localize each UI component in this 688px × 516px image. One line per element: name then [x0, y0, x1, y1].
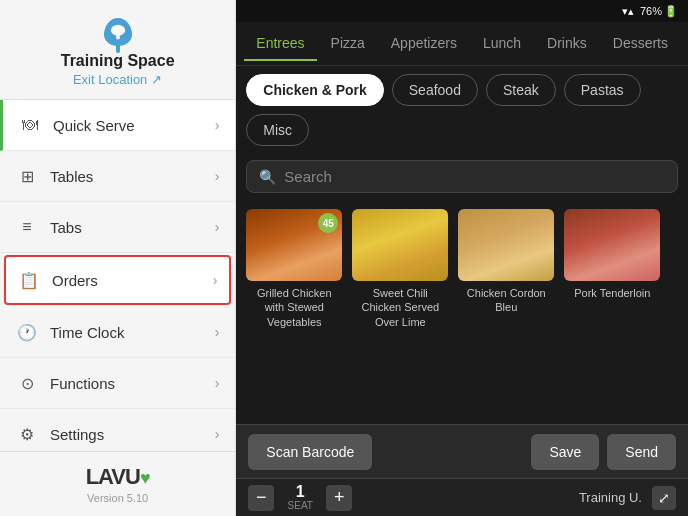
seat-label: SEAT — [288, 500, 313, 511]
settings-icon: ⚙ — [16, 423, 38, 445]
tab-desserts[interactable]: Desserts — [601, 27, 680, 61]
minus-button[interactable]: − — [248, 485, 274, 511]
sidebar: Training Space Exit Location ↗ 🍽 Quick S… — [0, 0, 236, 516]
tabs-label: Tabs — [50, 219, 215, 236]
chevron-icon: › — [213, 272, 218, 288]
chevron-icon: › — [215, 375, 220, 391]
search-icon: 🔍 — [259, 169, 276, 185]
sidebar-item-settings[interactable]: ⚙ Settings › — [0, 409, 235, 451]
tables-icon: ⊞ — [16, 165, 38, 187]
sidebar-header: Training Space Exit Location ↗ — [0, 0, 235, 100]
tab-entrees[interactable]: Entrees — [244, 27, 316, 61]
app-logo — [16, 18, 219, 46]
chevron-icon: › — [215, 426, 220, 442]
orders-label: Orders — [52, 272, 213, 289]
lavu-heart-icon: ♥ — [140, 468, 150, 488]
item-card-pork-tenderloin[interactable]: Pork Tenderloin — [564, 209, 660, 329]
expand-button[interactable]: ⤢ — [652, 486, 676, 510]
tab-lunch[interactable]: Lunch — [471, 27, 533, 61]
nav-items-list: 🍽 Quick Serve › ⊞ Tables › ≡ Tabs › 📋 Or… — [0, 100, 235, 451]
exit-location-label: Exit Location — [73, 72, 147, 87]
chevron-icon: › — [215, 168, 220, 184]
logo-icon — [104, 18, 132, 46]
item-label-cordon-bleu: Chicken Cordon Bleu — [458, 286, 554, 315]
tab-drinks[interactable]: Drinks — [535, 27, 599, 61]
item-label-pork-tenderloin: Pork Tenderloin — [574, 286, 650, 300]
item-card-cordon-bleu[interactable]: Chicken Cordon Bleu — [458, 209, 554, 329]
sub-btn-steak[interactable]: Steak — [486, 74, 556, 106]
exit-icon: ↗ — [151, 72, 162, 87]
item-card-sweet-chili[interactable]: Sweet Chili Chicken Served Over Lime — [352, 209, 448, 329]
item-image-grilled-chicken: 45 — [246, 209, 342, 281]
time-clock-label: Time Clock — [50, 324, 215, 341]
wifi-icon: ▾▴ — [622, 5, 634, 18]
sub-btn-chicken-pork[interactable]: Chicken & Pork — [246, 74, 383, 106]
item-label-sweet-chili: Sweet Chili Chicken Served Over Lime — [352, 286, 448, 329]
main-content: ▾▴ 76% 🔋 Entrees Pizza Appetizers Lunch … — [236, 0, 688, 516]
chevron-icon: › — [215, 117, 220, 133]
item-image-sweet-chili — [352, 209, 448, 281]
sub-categories: Chicken & Pork Seafood Steak Pastas Misc — [236, 66, 688, 154]
item-badge-grilled-chicken: 45 — [318, 213, 338, 233]
battery-indicator: 76% 🔋 — [640, 5, 678, 18]
save-button[interactable]: Save — [531, 434, 599, 470]
search-bar[interactable]: 🔍 Search — [246, 160, 678, 193]
chevron-icon: › — [215, 324, 220, 340]
tab-pizza[interactable]: Pizza — [319, 27, 377, 61]
item-card-grilled-chicken[interactable]: 45 Grilled Chicken with Stewed Vegetable… — [246, 209, 342, 329]
scan-barcode-button[interactable]: Scan Barcode — [248, 434, 372, 470]
battery-icon-symbol: 🔋 — [664, 5, 678, 18]
footer-bar: − 1 SEAT + Training U. ⤢ — [236, 478, 688, 516]
settings-label: Settings — [50, 426, 215, 443]
version-label: Version 5.10 — [12, 492, 223, 504]
tabs-icon: ≡ — [16, 216, 38, 238]
svg-point-0 — [110, 25, 124, 36]
search-container: 🔍 Search — [236, 154, 688, 199]
functions-icon: ⊙ — [16, 372, 38, 394]
item-image-cordon-bleu — [458, 209, 554, 281]
functions-label: Functions — [50, 375, 215, 392]
tables-label: Tables — [50, 168, 215, 185]
category-tabs: Entrees Pizza Appetizers Lunch Drinks De… — [236, 22, 688, 66]
item-image-pork-tenderloin — [564, 209, 660, 281]
plus-button[interactable]: + — [326, 485, 352, 511]
sidebar-item-tables[interactable]: ⊞ Tables › — [0, 151, 235, 202]
sidebar-item-orders[interactable]: 📋 Orders › — [4, 255, 231, 305]
sub-btn-pastas[interactable]: Pastas — [564, 74, 641, 106]
status-bar: ▾▴ 76% 🔋 — [236, 0, 688, 22]
battery-percent: 76% — [640, 5, 662, 17]
item-label-grilled-chicken: Grilled Chicken with Stewed Vegetables — [246, 286, 342, 329]
orders-icon: 📋 — [18, 269, 40, 291]
sidebar-item-quick-serve[interactable]: 🍽 Quick Serve › — [0, 100, 235, 151]
search-placeholder: Search — [284, 168, 332, 185]
sidebar-bottom: LAVU♥ Version 5.10 — [0, 451, 235, 516]
chevron-icon: › — [215, 219, 220, 235]
svg-rect-1 — [116, 35, 120, 40]
seat-number: 1 — [296, 484, 305, 500]
send-button[interactable]: Send — [607, 434, 676, 470]
lavu-logo: LAVU♥ — [12, 464, 223, 490]
exit-location-link[interactable]: Exit Location ↗ — [16, 72, 219, 87]
sub-btn-seafood[interactable]: Seafood — [392, 74, 478, 106]
items-grid: 45 Grilled Chicken with Stewed Vegetable… — [236, 199, 688, 424]
sub-btn-misc[interactable]: Misc — [246, 114, 309, 146]
sidebar-item-time-clock[interactable]: 🕐 Time Clock › — [0, 307, 235, 358]
bottom-action-bar: Scan Barcode Save Send — [236, 424, 688, 478]
seat-info: 1 SEAT — [284, 484, 316, 511]
quick-serve-label: Quick Serve — [53, 117, 215, 134]
quick-serve-icon: 🍽 — [19, 114, 41, 136]
training-label: Training U. — [579, 490, 642, 505]
tab-appetizers[interactable]: Appetizers — [379, 27, 469, 61]
sidebar-item-functions[interactable]: ⊙ Functions › — [0, 358, 235, 409]
app-name: Training Space — [16, 52, 219, 70]
time-clock-icon: 🕐 — [16, 321, 38, 343]
sidebar-item-tabs[interactable]: ≡ Tabs › — [0, 202, 235, 253]
